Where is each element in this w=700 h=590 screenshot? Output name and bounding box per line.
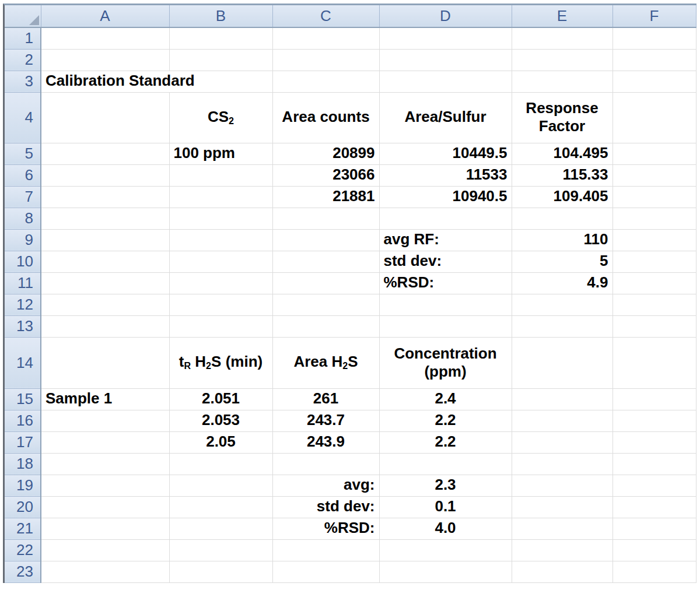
row-header-17[interactable]: 17 — [5, 431, 41, 453]
cell-B9[interactable] — [169, 229, 272, 251]
cell-E23[interactable] — [512, 561, 612, 582]
cell-A11[interactable] — [41, 272, 169, 294]
cell-E14[interactable] — [512, 337, 612, 388]
cell-F3[interactable] — [612, 71, 696, 92]
cell-C5[interactable]: 20899 — [272, 143, 379, 164]
cell-F18[interactable] — [612, 453, 696, 475]
cell-B6[interactable] — [169, 164, 272, 186]
cell-A5[interactable] — [41, 143, 169, 164]
cell-A23[interactable] — [41, 561, 169, 582]
cell-E20[interactable] — [512, 496, 612, 518]
row-header-2[interactable]: 2 — [5, 49, 41, 71]
cell-D11[interactable]: %RSD: — [379, 272, 512, 294]
row-header-21[interactable]: 21 — [5, 518, 41, 539]
row-header-10[interactable]: 10 — [5, 251, 41, 272]
cell-F6[interactable] — [612, 164, 696, 186]
cell-C14[interactable]: Area H2S — [272, 337, 379, 388]
cell-C8[interactable] — [272, 208, 379, 229]
cell-F5[interactable] — [612, 143, 696, 164]
cell-F2[interactable] — [612, 49, 696, 71]
cell-C4[interactable]: Area counts — [272, 92, 379, 143]
cell-E5[interactable]: 104.495 — [512, 143, 612, 164]
cell-A8[interactable] — [41, 208, 169, 229]
row-header-5[interactable]: 5 — [5, 143, 41, 164]
cell-D8[interactable] — [379, 208, 512, 229]
cell-D10[interactable]: std dev: — [379, 251, 512, 272]
row-header-6[interactable]: 6 — [5, 164, 41, 186]
cell-D15[interactable]: 2.4 — [379, 388, 512, 410]
cell-D19[interactable]: 2.3 — [379, 475, 512, 496]
cell-F10[interactable] — [612, 251, 696, 272]
cell-C21[interactable]: %RSD: — [272, 518, 379, 539]
cell-E8[interactable] — [512, 208, 612, 229]
cell-D17[interactable]: 2.2 — [379, 431, 512, 453]
column-header-D[interactable]: D — [379, 5, 512, 27]
column-header-B[interactable]: B — [169, 5, 272, 27]
row-header-16[interactable]: 16 — [5, 410, 41, 431]
row-header-4[interactable]: 4 — [5, 92, 41, 143]
cell-D13[interactable] — [379, 315, 512, 337]
cell-C6[interactable]: 23066 — [272, 164, 379, 186]
cell-E7[interactable]: 109.405 — [512, 186, 612, 208]
row-header-19[interactable]: 19 — [5, 475, 41, 496]
cell-E19[interactable] — [512, 475, 612, 496]
cell-D4[interactable]: Area/Sulfur — [379, 92, 512, 143]
cell-B11[interactable] — [169, 272, 272, 294]
cell-D9[interactable]: avg RF: — [379, 229, 512, 251]
cell-C13[interactable] — [272, 315, 379, 337]
row-header-13[interactable]: 13 — [5, 315, 41, 337]
cell-F16[interactable] — [612, 410, 696, 431]
cell-E21[interactable] — [512, 518, 612, 539]
cell-A22[interactable] — [41, 539, 169, 561]
cell-C16[interactable]: 243.7 — [272, 410, 379, 431]
cell-A1[interactable] — [41, 27, 169, 49]
cell-E9[interactable]: 110 — [512, 229, 612, 251]
cell-F21[interactable] — [612, 518, 696, 539]
cell-E1[interactable] — [512, 27, 612, 49]
cell-D14[interactable]: Concentration (ppm) — [379, 337, 512, 388]
cell-F12[interactable] — [612, 294, 696, 315]
cell-B23[interactable] — [169, 561, 272, 582]
cell-A20[interactable] — [41, 496, 169, 518]
cell-A18[interactable] — [41, 453, 169, 475]
row-header-22[interactable]: 22 — [5, 539, 41, 561]
cell-B22[interactable] — [169, 539, 272, 561]
row-header-8[interactable]: 8 — [5, 208, 41, 229]
cell-C23[interactable] — [272, 561, 379, 582]
cell-B2[interactable] — [169, 49, 272, 71]
cell-F14[interactable] — [612, 337, 696, 388]
cell-D12[interactable] — [379, 294, 512, 315]
cell-A15[interactable]: Sample 1 — [41, 388, 169, 410]
row-header-7[interactable]: 7 — [5, 186, 41, 208]
column-header-A[interactable]: A — [41, 5, 169, 27]
cell-C18[interactable] — [272, 453, 379, 475]
column-header-F[interactable]: F — [612, 5, 696, 27]
cell-F17[interactable] — [612, 431, 696, 453]
cell-A16[interactable] — [41, 410, 169, 431]
cell-A17[interactable] — [41, 431, 169, 453]
cell-D5[interactable]: 10449.5 — [379, 143, 512, 164]
cell-C11[interactable] — [272, 272, 379, 294]
cell-E3[interactable] — [512, 71, 612, 92]
cell-E13[interactable] — [512, 315, 612, 337]
cell-A13[interactable] — [41, 315, 169, 337]
cell-A6[interactable] — [41, 164, 169, 186]
cell-F15[interactable] — [612, 388, 696, 410]
cell-A14[interactable] — [41, 337, 169, 388]
select-all-corner[interactable] — [5, 5, 41, 27]
cell-E6[interactable]: 115.33 — [512, 164, 612, 186]
cell-A10[interactable] — [41, 251, 169, 272]
cell-D23[interactable] — [379, 561, 512, 582]
cell-C15[interactable]: 261 — [272, 388, 379, 410]
cell-C9[interactable] — [272, 229, 379, 251]
cell-B19[interactable] — [169, 475, 272, 496]
cell-E10[interactable]: 5 — [512, 251, 612, 272]
cell-F7[interactable] — [612, 186, 696, 208]
cell-B14[interactable]: tR H2S (min) — [169, 337, 272, 388]
cell-C3[interactable] — [272, 71, 379, 92]
cell-D22[interactable] — [379, 539, 512, 561]
cell-C22[interactable] — [272, 539, 379, 561]
cell-F23[interactable] — [612, 561, 696, 582]
cell-D16[interactable]: 2.2 — [379, 410, 512, 431]
cell-C17[interactable]: 243.9 — [272, 431, 379, 453]
